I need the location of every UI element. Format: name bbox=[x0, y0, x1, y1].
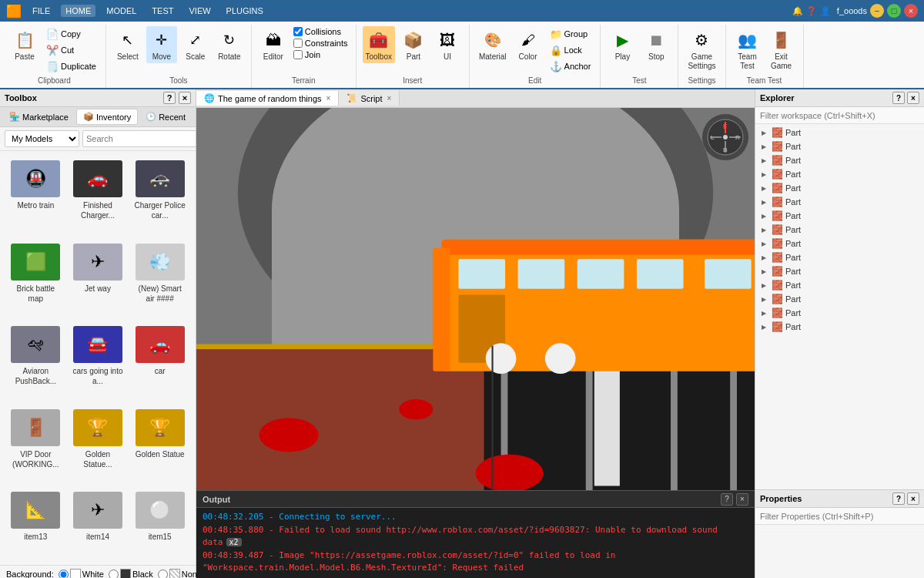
join-input[interactable] bbox=[293, 50, 303, 59]
toolbox-item-5[interactable]: 💨(New) Smart air #### bbox=[130, 240, 189, 321]
minimize-button[interactable]: − bbox=[870, 4, 884, 18]
bg-black-option[interactable]: Black bbox=[109, 569, 153, 578]
tab-game[interactable]: 🌐 The game of random things × bbox=[196, 91, 339, 106]
part-button[interactable]: 📦 Part bbox=[398, 26, 429, 63]
stop-button[interactable]: ⏹ Stop bbox=[641, 26, 671, 63]
search-input[interactable] bbox=[82, 130, 196, 147]
color-button[interactable]: 🖌 Color bbox=[513, 26, 544, 63]
tree-item-13[interactable]: ▶🧱Part bbox=[755, 306, 924, 320]
toolbox-item-0[interactable]: 🚇Metro train bbox=[6, 157, 65, 237]
toolbox-close-button[interactable]: × bbox=[179, 92, 191, 104]
bg-black-radio[interactable] bbox=[109, 570, 119, 579]
tree-item-4[interactable]: ▶🧱Part bbox=[755, 181, 924, 195]
output-help-button[interactable]: ? bbox=[721, 493, 733, 506]
duplicate-button[interactable]: 🗒️ Duplicate bbox=[43, 59, 99, 74]
close-button[interactable]: × bbox=[904, 4, 918, 18]
toolbox-item-label-4: Jet way bbox=[85, 284, 111, 294]
tree-item-6[interactable]: ▶🧱Part bbox=[755, 209, 924, 223]
constraints-input[interactable] bbox=[293, 39, 303, 48]
toolbox-item-12[interactable]: 📐item13 bbox=[6, 489, 65, 559]
output-close-button[interactable]: × bbox=[736, 493, 748, 506]
viewport-canvas[interactable]: F B L R bbox=[196, 108, 755, 490]
menu-model[interactable]: MODEL bbox=[102, 5, 141, 17]
join-checkbox[interactable]: Join bbox=[292, 49, 350, 60]
tree-item-9[interactable]: ▶🧱Part bbox=[755, 250, 924, 264]
toolbox-button[interactable]: 🧰 Toolbox bbox=[363, 26, 395, 63]
lock-button[interactable]: 🔒 Lock bbox=[547, 42, 594, 58]
anchor-button[interactable]: ⚓ Anchor bbox=[547, 59, 594, 74]
tab-inventory[interactable]: 📦 Inventory bbox=[76, 109, 138, 125]
bg-none-option[interactable]: None bbox=[158, 569, 202, 578]
toolbox-item-2[interactable]: 🚓Charger Police car... bbox=[130, 157, 189, 237]
tree-item-10[interactable]: ▶🧱Part bbox=[755, 264, 924, 278]
model-dropdown[interactable]: My Models My Packages My Audio My Plugin… bbox=[5, 130, 79, 147]
exit-game-button[interactable]: 🚪 ExitGame bbox=[766, 26, 797, 72]
tree-item-2[interactable]: ▶🧱Part bbox=[755, 153, 924, 167]
toolbox-item-13[interactable]: ✈item14 bbox=[69, 489, 128, 559]
menu-home[interactable]: HOME bbox=[61, 5, 95, 17]
collisions-input[interactable] bbox=[293, 27, 303, 36]
toolbox-item-7[interactable]: 🚘cars going into a... bbox=[69, 323, 128, 403]
rotate-button[interactable]: ↻ Rotate bbox=[214, 26, 245, 63]
bg-white-option[interactable]: White bbox=[59, 569, 104, 578]
tree-item-3[interactable]: ▶🧱Part bbox=[755, 167, 924, 181]
bg-none-radio[interactable] bbox=[158, 570, 168, 579]
explorer-filter-input[interactable] bbox=[755, 107, 924, 124]
explorer-help-button[interactable]: ? bbox=[892, 92, 905, 104]
tools-group-label: Tools bbox=[169, 75, 187, 86]
tree-item-1[interactable]: ▶🧱Part bbox=[755, 139, 924, 153]
toolbox-item-9[interactable]: 🚪VIP Door (WORKING... bbox=[6, 406, 65, 486]
tree-item-11[interactable]: ▶🧱Part bbox=[755, 278, 924, 292]
tree-item-0[interactable]: ▶🧱Part bbox=[755, 126, 924, 139]
properties-close-button[interactable]: × bbox=[907, 492, 919, 505]
script-tab-close[interactable]: × bbox=[387, 94, 392, 102]
explorer-close-button[interactable]: × bbox=[907, 92, 919, 104]
properties-help-button[interactable]: ? bbox=[892, 492, 905, 505]
group-button[interactable]: 📁 Group bbox=[547, 26, 594, 42]
toolbox-help-button[interactable]: ? bbox=[163, 92, 176, 104]
maximize-button[interactable]: □ bbox=[887, 4, 901, 18]
move-button[interactable]: ✛ Move bbox=[146, 26, 177, 63]
cut-button[interactable]: ✂️ Cut bbox=[43, 42, 99, 58]
toolbox-item-6[interactable]: 🛩Aviaron PushBack... bbox=[6, 323, 65, 403]
toolbox-item-10[interactable]: 🏆Golden Statue... bbox=[69, 406, 128, 486]
tree-item-5[interactable]: ▶🧱Part bbox=[755, 195, 924, 209]
material-button[interactable]: 🎨 Material bbox=[476, 26, 510, 63]
toolbox-item-14[interactable]: ⚪item15 bbox=[130, 489, 189, 559]
compass-widget[interactable]: F B L R bbox=[702, 114, 748, 160]
tab-script[interactable]: 📜 Script × bbox=[339, 91, 400, 106]
toolbox-item-8[interactable]: 🚗car bbox=[130, 323, 189, 403]
user-icon[interactable]: 👤 bbox=[820, 6, 831, 16]
toolbox-item-3[interactable]: 🟩Brick battle map bbox=[6, 240, 65, 321]
game-tab-close[interactable]: × bbox=[326, 94, 331, 102]
notification-icon[interactable]: 🔔 bbox=[792, 6, 803, 16]
help-icon[interactable]: ❓ bbox=[806, 6, 817, 16]
scale-button[interactable]: ⤢ Scale bbox=[180, 26, 211, 63]
ui-button[interactable]: 🖼 UI bbox=[432, 26, 463, 63]
tree-item-12[interactable]: ▶🧱Part bbox=[755, 292, 924, 306]
game-settings-button[interactable]: ⚙ GameSettings bbox=[685, 26, 718, 72]
tab-marketplace[interactable]: 🏪 Marketplace bbox=[3, 109, 75, 125]
menu-file[interactable]: FILE bbox=[28, 5, 55, 17]
toolbox-item-11[interactable]: 🏆Golden Statue bbox=[130, 406, 189, 486]
properties-filter-input[interactable] bbox=[755, 508, 924, 525]
toolbox-item-4[interactable]: ✈Jet way bbox=[69, 240, 128, 321]
tree-item-14[interactable]: ▶🧱Part bbox=[755, 320, 924, 334]
editor-button[interactable]: 🏔 Editor bbox=[258, 26, 289, 63]
menu-plugins[interactable]: PLUGINS bbox=[222, 5, 268, 17]
collisions-checkbox[interactable]: Collisions bbox=[292, 26, 350, 37]
menu-test[interactable]: TEST bbox=[147, 5, 178, 17]
menu-view[interactable]: VIEW bbox=[184, 5, 215, 17]
play-button[interactable]: ▶ Play bbox=[607, 26, 638, 63]
tools-buttons: ↖ Select ✛ Move ⤢ Scale ↻ Rotate bbox=[112, 26, 245, 75]
bg-white-radio[interactable] bbox=[59, 570, 69, 579]
tab-recent[interactable]: 🕒 Recent bbox=[139, 109, 192, 125]
tree-item-8[interactable]: ▶🧱Part bbox=[755, 237, 924, 250]
tree-item-7[interactable]: ▶🧱Part bbox=[755, 223, 924, 237]
paste-button[interactable]: 📋 Paste bbox=[9, 26, 40, 63]
constraints-checkbox[interactable]: Constraints bbox=[292, 38, 350, 49]
select-button[interactable]: ↖ Select bbox=[112, 26, 143, 63]
toolbox-item-1[interactable]: 🚗Finished Charger... bbox=[69, 157, 128, 237]
copy-button[interactable]: 📄 Copy bbox=[43, 26, 99, 42]
team-test-button[interactable]: 👥 TeamTest bbox=[732, 26, 763, 72]
